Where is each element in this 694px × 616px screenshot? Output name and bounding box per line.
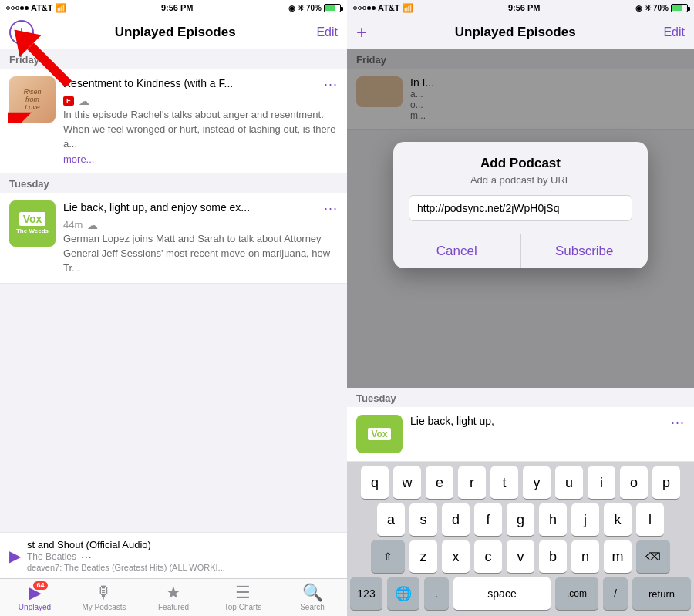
key-shift[interactable]: ⇧ <box>371 540 405 573</box>
key-m[interactable]: m <box>604 540 632 573</box>
key-a[interactable]: a <box>377 503 405 536</box>
key-x[interactable]: x <box>442 540 470 573</box>
right-nav-title: Unplayed Episodes <box>455 25 576 40</box>
key-w[interactable]: w <box>393 466 421 499</box>
right-carrier: AT&T <box>378 3 400 12</box>
thumb-image-1: RisenfromLove <box>9 76 56 123</box>
key-g[interactable]: g <box>507 503 534 536</box>
tab-search[interactable]: 🔍 Search <box>278 584 347 611</box>
now-playing-dots[interactable]: ··· <box>81 550 93 563</box>
left-edit-button[interactable]: Edit <box>316 25 338 39</box>
right-ep2-menu[interactable]: ··· <box>671 415 685 431</box>
add-podcast-button[interactable]: + <box>9 20 34 45</box>
key-f[interactable]: f <box>474 503 502 536</box>
keyboard: q w e r t y u i o p a s d f g h j k l ⇧ … <box>347 462 694 616</box>
right-edit-button[interactable]: Edit <box>663 25 685 39</box>
right-section-tuesday: Tuesday <box>347 388 694 407</box>
search-icon: 🔍 <box>302 584 323 601</box>
episode-content-1: Resentment to Kindness (with a F... ··· … <box>63 76 338 165</box>
right-battery-icon <box>671 4 688 12</box>
rsignal-dot-3 <box>362 6 366 10</box>
cancel-button[interactable]: Cancel <box>393 234 521 268</box>
tab-my-podcasts[interactable]: 🎙 My Podcasts <box>69 584 139 611</box>
tab-unplayed[interactable]: ▶ 64 Unplayed <box>0 584 69 611</box>
key-h[interactable]: h <box>539 503 567 536</box>
now-playing-bar[interactable]: ▶ st and Shout (Official Audio) The Beat… <box>0 532 347 578</box>
left-nav-title: Unplayed Episodes <box>115 25 236 40</box>
subscribe-button[interactable]: Subscribe <box>521 234 649 268</box>
key-d[interactable]: d <box>442 503 470 536</box>
left-tab-bar: ▶ 64 Unplayed 🎙 My Podcasts ★ Featured ☰… <box>0 578 347 616</box>
right-status-left: AT&T 📶 <box>353 3 413 13</box>
vox-label-2: Vox <box>368 428 390 440</box>
right-ep2-header: Lie back, light up, ··· <box>410 415 685 431</box>
key-e[interactable]: e <box>426 466 453 499</box>
featured-icon: ★ <box>166 584 181 601</box>
key-o[interactable]: o <box>620 466 648 499</box>
episode-menu-2[interactable]: ··· <box>324 200 338 217</box>
key-delete[interactable]: ⌫ <box>636 540 670 573</box>
key-y[interactable]: y <box>523 466 551 499</box>
key-i[interactable]: i <box>588 466 615 499</box>
key-return[interactable]: return <box>632 577 691 610</box>
keyboard-row-2: a s d f g h j k l <box>347 499 694 536</box>
key-dotcom[interactable]: .com <box>555 577 598 610</box>
key-globe[interactable]: 🌐 <box>387 577 419 610</box>
episode-item-1[interactable]: RisenfromLove Resentment to Kindness (wi… <box>0 69 347 173</box>
key-q[interactable]: q <box>361 466 389 499</box>
more-link-1[interactable]: more... <box>63 153 338 165</box>
play-button[interactable]: ▶ <box>9 547 21 565</box>
key-r[interactable]: r <box>458 466 486 499</box>
signal-dot-2 <box>11 6 15 10</box>
key-b[interactable]: b <box>539 540 567 573</box>
signal-dot-4 <box>20 6 24 10</box>
left-status-left: AT&T 📶 <box>6 3 66 13</box>
rsignal-dot-5 <box>372 6 376 10</box>
tab-label-featured: Featured <box>158 603 189 611</box>
key-u[interactable]: u <box>555 466 583 499</box>
key-s[interactable]: s <box>409 503 437 536</box>
right-signal-dots <box>353 6 376 10</box>
key-period[interactable]: . <box>424 577 449 610</box>
episode-item-2[interactable]: Vox The Weeds Lie back, light up, and en… <box>0 193 347 284</box>
add-podcast-modal: Add Podcast Add a podcast by URL Cancel … <box>393 142 648 268</box>
key-space[interactable]: space <box>453 577 551 610</box>
unplayed-badge: 64 <box>33 581 47 590</box>
battery-icon <box>324 4 341 12</box>
right-location-icon: ◉ <box>635 4 642 12</box>
battery-fill <box>325 5 335 11</box>
modal-actions: Cancel Subscribe <box>393 234 648 268</box>
key-t[interactable]: t <box>490 466 518 499</box>
key-p[interactable]: p <box>652 466 680 499</box>
key-v[interactable]: v <box>507 540 534 573</box>
key-numbers[interactable]: 123 <box>350 577 382 610</box>
key-j[interactable]: j <box>571 503 599 536</box>
episode-meta-2: 44m ☁ <box>63 219 338 231</box>
signal-dot-1 <box>6 6 10 10</box>
tab-label-my-podcasts: My Podcasts <box>82 603 126 611</box>
tab-label-top-charts: Top Charts <box>224 603 261 611</box>
vox-sub: The Weeds <box>16 227 49 234</box>
signal-dots <box>6 6 29 10</box>
left-status-bar: AT&T 📶 9:56 PM ◉ ✳ 70% <box>0 0 347 15</box>
key-c[interactable]: c <box>474 540 502 573</box>
right-add-button[interactable]: + <box>356 22 367 43</box>
my-podcasts-icon: 🎙 <box>96 584 113 601</box>
episode-menu-1[interactable]: ··· <box>324 76 338 93</box>
tab-featured[interactable]: ★ Featured <box>139 584 208 611</box>
key-k[interactable]: k <box>604 503 632 536</box>
now-playing-sub: deaven7: The Beatles (Greatest Hits) (AL… <box>27 563 338 572</box>
signal-dot-3 <box>15 6 19 10</box>
key-slash[interactable]: / <box>603 577 628 610</box>
right-status-bar: AT&T 📶 9:56 PM ◉ ✳ 70% <box>347 0 694 15</box>
key-n[interactable]: n <box>571 540 599 573</box>
bluetooth-icon: ✳ <box>298 4 304 12</box>
left-section-tuesday: Tuesday <box>0 173 347 193</box>
episode-header-2: Lie back, light up, and enjoy some ex...… <box>63 200 338 217</box>
key-l[interactable]: l <box>636 503 664 536</box>
key-z[interactable]: z <box>409 540 437 573</box>
tab-top-charts[interactable]: ☰ Top Charts <box>208 584 278 611</box>
top-charts-icon: ☰ <box>235 584 251 601</box>
podcast-url-input[interactable] <box>409 195 632 221</box>
right-bluetooth-icon: ✳ <box>645 4 651 12</box>
